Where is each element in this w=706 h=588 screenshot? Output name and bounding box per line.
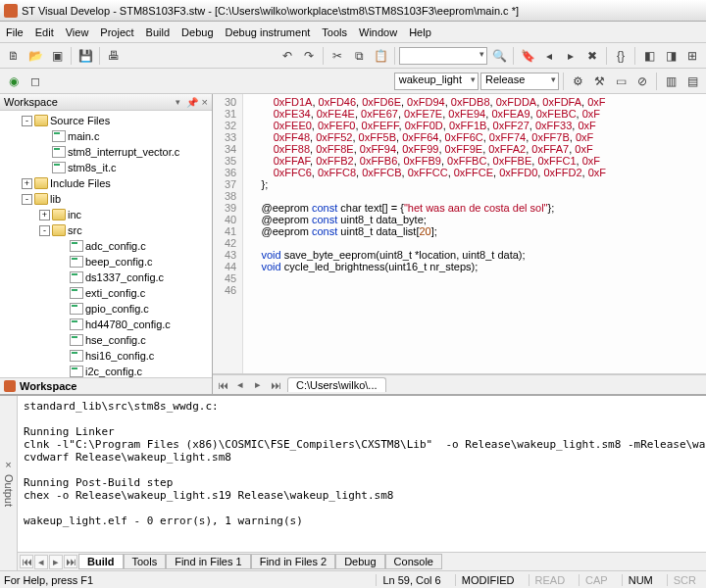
find-icon[interactable]: 🔍 bbox=[489, 46, 509, 66]
output-close-icon[interactable]: × bbox=[5, 459, 11, 470]
workspace-tab[interactable]: Workspace bbox=[0, 377, 212, 394]
print-icon[interactable]: 🖶 bbox=[104, 46, 124, 66]
tree-item[interactable]: -lib bbox=[0, 191, 212, 207]
bookmark-next-icon[interactable]: ▸ bbox=[561, 46, 580, 66]
paste-icon[interactable]: 📋 bbox=[371, 46, 390, 66]
menu-debug-instrument[interactable]: Debug instrument bbox=[226, 26, 311, 38]
output-tab-debug[interactable]: Debug bbox=[335, 554, 384, 569]
tree-item[interactable]: i2c_config.c bbox=[0, 364, 212, 377]
go-icon[interactable]: ◉ bbox=[4, 72, 24, 91]
tree-twisty-icon[interactable]: - bbox=[22, 194, 32, 205]
tool-c-icon[interactable]: ⊞ bbox=[682, 46, 702, 66]
bookmark-prev-icon[interactable]: ◂ bbox=[539, 46, 559, 66]
tree-label: hd44780_config.c bbox=[85, 318, 171, 330]
tree-item[interactable]: hsi16_config.c bbox=[0, 348, 212, 364]
config-combo[interactable]: wakeup_light bbox=[394, 73, 479, 90]
tree-item[interactable]: +inc bbox=[0, 207, 212, 222]
output-tab-find-in-files-1[interactable]: Find in Files 1 bbox=[166, 554, 250, 569]
braces-icon[interactable]: {} bbox=[611, 46, 630, 66]
menu-debug[interactable]: Debug bbox=[181, 26, 213, 38]
tab-next-icon[interactable]: ▸ bbox=[252, 378, 264, 391]
tree-twisty-icon[interactable]: + bbox=[39, 210, 50, 220]
tree-item[interactable]: +Include Files bbox=[0, 175, 212, 191]
save-icon[interactable]: 💾 bbox=[76, 46, 95, 66]
compile-icon[interactable]: ▭ bbox=[611, 72, 630, 91]
menu-help[interactable]: Help bbox=[409, 26, 431, 38]
tree-item[interactable]: gpio_config.c bbox=[0, 301, 212, 317]
pin-icon[interactable]: 📌 bbox=[186, 97, 198, 108]
output-tab-tools[interactable]: Tools bbox=[124, 554, 167, 569]
tree-item[interactable]: hse_config.c bbox=[0, 332, 212, 348]
output-tabbar: ⏮ ◂ ▸ ⏭ BuildToolsFind in Files 1Find in… bbox=[18, 552, 706, 570]
tree-label: Include Files bbox=[50, 177, 111, 189]
rebuild-icon[interactable]: ⚒ bbox=[589, 72, 609, 91]
undo-icon[interactable]: ↶ bbox=[277, 46, 297, 66]
tool-a-icon[interactable]: ◧ bbox=[639, 46, 659, 66]
out-tab-first-icon[interactable]: ⏮ bbox=[20, 555, 33, 568]
target-combo[interactable]: Release bbox=[480, 73, 559, 90]
workspace-tree[interactable]: -Source Filesmain.cstm8_interrupt_vector… bbox=[0, 111, 212, 377]
code-area[interactable]: 3031323334353637383940414243444546 0xFD1… bbox=[213, 94, 706, 374]
code-content[interactable]: 0xFD1A, 0xFD46, 0xFD6E, 0xFD94, 0xFDB8, … bbox=[243, 94, 612, 373]
out-tab-prev-icon[interactable]: ◂ bbox=[34, 555, 48, 569]
menu-project[interactable]: Project bbox=[100, 26, 133, 38]
tree-label: hse_config.c bbox=[85, 334, 146, 346]
out-tab-last-icon[interactable]: ⏭ bbox=[64, 555, 77, 568]
output-tab-find-in-files-2[interactable]: Find in Files 2 bbox=[251, 554, 335, 569]
find-combo[interactable] bbox=[399, 47, 487, 65]
file-icon bbox=[70, 256, 83, 268]
editor-tab[interactable]: C:\Users\wilko\... bbox=[287, 377, 386, 392]
workspace-header: Workspace ▾ 📌 × bbox=[0, 94, 212, 111]
file-icon bbox=[52, 146, 66, 158]
tab-last-icon[interactable]: ⏭ bbox=[270, 379, 281, 391]
tree-twisty-icon[interactable]: - bbox=[22, 116, 32, 126]
tree-twisty-icon[interactable]: + bbox=[22, 178, 32, 189]
stop-build-icon[interactable]: ⊘ bbox=[632, 72, 652, 91]
tab-first-icon[interactable]: ⏮ bbox=[217, 379, 228, 391]
tree-item[interactable]: exti_config.c bbox=[0, 285, 212, 301]
stop-debug-icon[interactable]: ◻ bbox=[25, 72, 45, 91]
redo-icon[interactable]: ↷ bbox=[299, 46, 319, 66]
tool-b-icon[interactable]: ◨ bbox=[661, 46, 681, 66]
tree-item[interactable]: beep_config.c bbox=[0, 254, 212, 270]
tree-label: main.c bbox=[68, 130, 99, 142]
toolbar-2: ◉ ◻ wakeup_light Release ⚙ ⚒ ▭ ⊘ ▥ ▤ bbox=[0, 69, 706, 94]
file-icon bbox=[70, 318, 83, 330]
copy-icon[interactable]: ⧉ bbox=[349, 46, 369, 66]
line-gutter: 3031323334353637383940414243444546 bbox=[213, 94, 243, 373]
menu-window[interactable]: Window bbox=[359, 26, 397, 38]
open-icon[interactable]: 📂 bbox=[25, 46, 45, 66]
tree-item[interactable]: stm8s_it.c bbox=[0, 160, 212, 175]
menu-tools[interactable]: Tools bbox=[322, 26, 347, 38]
output-text[interactable]: standard_lib\src\stm8s_wwdg.c: Running L… bbox=[18, 396, 706, 552]
menu-build[interactable]: Build bbox=[146, 26, 170, 38]
extra-a-icon[interactable]: ▥ bbox=[661, 72, 681, 91]
new-file-icon[interactable]: 🗎 bbox=[4, 46, 24, 66]
tree-item[interactable]: ds1337_config.c bbox=[0, 270, 212, 285]
workspace-dropdown-icon[interactable]: ▾ bbox=[176, 97, 180, 107]
output-tab-build[interactable]: Build bbox=[78, 554, 124, 569]
bookmark-icon[interactable]: 🔖 bbox=[518, 46, 537, 66]
build-icon[interactable]: ⚙ bbox=[568, 72, 587, 91]
tree-label: src bbox=[68, 224, 82, 236]
tab-prev-icon[interactable]: ◂ bbox=[234, 378, 246, 391]
tree-item[interactable]: stm8_interrupt_vector.c bbox=[0, 144, 212, 160]
output-panel: × Output standard_lib\src\stm8s_wwdg.c: … bbox=[0, 394, 706, 570]
menu-view[interactable]: View bbox=[66, 26, 89, 38]
cut-icon[interactable]: ✂ bbox=[328, 46, 347, 66]
tree-twisty-icon[interactable]: - bbox=[39, 225, 50, 236]
workspace-close-icon[interactable]: × bbox=[202, 96, 208, 108]
menu-edit[interactable]: Edit bbox=[35, 26, 54, 38]
bookmark-clear-icon[interactable]: ✖ bbox=[582, 46, 602, 66]
tree-item[interactable]: hd44780_config.c bbox=[0, 317, 212, 332]
output-tab-console[interactable]: Console bbox=[385, 554, 442, 569]
tree-item[interactable]: adc_config.c bbox=[0, 238, 212, 254]
tree-item[interactable]: -src bbox=[0, 222, 212, 238]
status-num: NUM bbox=[622, 574, 659, 586]
close-icon[interactable]: ▣ bbox=[47, 46, 67, 66]
menu-file[interactable]: File bbox=[6, 26, 24, 38]
tree-item[interactable]: main.c bbox=[0, 128, 212, 144]
extra-b-icon[interactable]: ▤ bbox=[682, 72, 702, 91]
tree-item[interactable]: -Source Files bbox=[0, 113, 212, 128]
out-tab-next-icon[interactable]: ▸ bbox=[49, 555, 63, 569]
